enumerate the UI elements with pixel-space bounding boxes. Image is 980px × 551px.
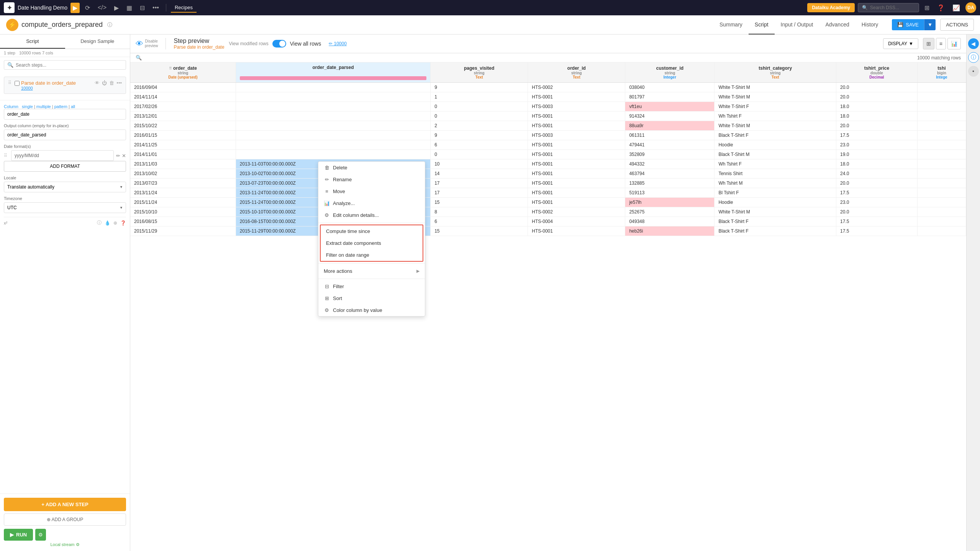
col-all[interactable]: all (71, 104, 75, 109)
step-more-icon[interactable]: ••• (116, 80, 122, 86)
menu-item-compute-time[interactable]: Compute time since (321, 225, 423, 237)
step-toggle-icon[interactable]: ⏻ (102, 80, 107, 86)
cell-tshirt-category: White T-Shirt M (715, 92, 836, 102)
format-delete-icon[interactable]: ✕ (122, 153, 126, 159)
trend-icon[interactable]: 📈 (950, 3, 962, 13)
local-stream-label[interactable]: Local stream ⚙ (4, 542, 126, 547)
cell-order-date: 2014/11/14 (130, 92, 236, 102)
locale-select[interactable]: Translate automatically (4, 182, 126, 192)
col-header-order-date-parsed[interactable]: order_date_parsed (236, 62, 430, 83)
step-delete-icon[interactable]: 🗑 (109, 80, 114, 86)
step-checkbox[interactable] (15, 81, 20, 86)
flow-icon[interactable]: ▶ (70, 3, 80, 13)
table-container[interactable]: ⠿order_date string Date (unparsed) order… (130, 62, 966, 551)
app-logo[interactable]: ✦ (4, 2, 15, 13)
menu-item-filter[interactable]: ⊟Filter (318, 280, 425, 292)
cell-tshirt-category: White T-Shirt F (715, 102, 836, 112)
run-settings-button[interactable]: ⚙ (35, 529, 46, 541)
col-pattern[interactable]: pattern (54, 104, 67, 109)
search-input[interactable] (870, 5, 915, 10)
recipes-tab[interactable]: Recipes (171, 3, 197, 13)
date-format-input[interactable] (11, 150, 114, 161)
nav-tabs: Summary Script Input / Output Advanced H… (713, 15, 884, 34)
step-drag-handle[interactable]: ⠿ (8, 80, 11, 85)
list-view-button[interactable]: ≡ (936, 38, 946, 49)
timezone-config-row: Timezone UTC (4, 196, 126, 213)
chart-view-button[interactable]: 📊 (947, 38, 961, 49)
table-row: 2015/10/10 2015-10-10T00:00:00.000Z 8 HT… (130, 207, 966, 217)
deploy-icon[interactable]: ▦ (124, 3, 134, 13)
help-icon[interactable]: ❓ (935, 3, 947, 13)
tab-input-output[interactable]: Input / Output (775, 15, 819, 34)
refresh-icon[interactable]: ⟳ (83, 3, 92, 13)
sidebar-tab-design[interactable]: Design Sample (65, 34, 130, 49)
cell-order-date-parsed (236, 121, 430, 131)
run-icon[interactable]: ▶ (112, 3, 121, 13)
col-header-tshirt-price[interactable]: tshirt_price double Decimal (836, 62, 918, 83)
step-count-link[interactable]: 10000 (21, 86, 33, 90)
col-header-customer-id[interactable]: customer_id string Integer (625, 62, 715, 83)
grid-view-button[interactable]: ⊞ (923, 38, 934, 49)
recipe-info-icon[interactable]: ⓘ (107, 21, 112, 28)
output-input[interactable] (4, 130, 126, 140)
menu-item-extract-date[interactable]: Extract date components (321, 237, 423, 249)
view-toggle-switch[interactable] (272, 40, 286, 48)
config-water-icon[interactable]: 💧 (105, 220, 110, 226)
menu-item-edit-column[interactable]: ⚙Edit column details... (318, 209, 425, 221)
eye-icon[interactable]: 👁 (136, 39, 143, 48)
academy-button[interactable]: Dataiku Academy (807, 3, 855, 12)
add-step-button[interactable]: + ADD A NEW STEP (4, 498, 126, 511)
display-chevron-icon: ▼ (909, 41, 913, 46)
menu-item-more-actions[interactable]: More actions ▶ (318, 265, 425, 277)
right-panel-dot-icon[interactable]: • (968, 66, 979, 77)
format-edit-icon[interactable]: ✏ (116, 153, 120, 159)
column-input[interactable] (4, 109, 126, 120)
add-format-button[interactable]: ADD FORMAT (4, 161, 126, 172)
preview-count-link[interactable]: ✏ 10000 (329, 41, 347, 46)
more-icon[interactable]: ••• (150, 3, 161, 13)
col-header-order-id[interactable]: order_id string Text (528, 62, 625, 83)
tab-history[interactable]: History (855, 15, 885, 34)
col-header-tshirt-category[interactable]: tshirt_category string Text (715, 62, 836, 83)
tab-script[interactable]: Script (749, 15, 775, 34)
config-help-icon[interactable]: ❓ (120, 220, 126, 226)
add-group-button[interactable]: ⊕ ADD A GROUP (4, 513, 126, 526)
right-panel-info-icon[interactable]: ⓘ (968, 52, 979, 63)
search-box[interactable]: 🔍 (858, 3, 919, 12)
menu-item-move[interactable]: ≡Move (318, 185, 425, 197)
step-view-icon[interactable]: 👁 (95, 80, 100, 86)
run-button[interactable]: ▶ RUN (4, 529, 33, 541)
tab-advanced[interactable]: Advanced (819, 15, 855, 34)
display-button[interactable]: DISPLAY ▼ (883, 38, 918, 49)
notebook-icon[interactable]: ⊟ (138, 3, 147, 13)
search-steps-input[interactable] (16, 62, 123, 68)
menu-item-delete[interactable]: 🗑Delete (318, 162, 425, 174)
col-multiple[interactable]: multiple (36, 104, 51, 109)
col-header-pages-visited[interactable]: pages_visited string Text (431, 62, 528, 83)
save-button[interactable]: 💾 SAVE (892, 19, 924, 30)
config-copy-icon[interactable]: ⊕ (113, 220, 117, 226)
col-single[interactable]: single (22, 104, 33, 109)
code-icon[interactable]: </> (95, 3, 109, 13)
apps-icon[interactable]: ⊞ (922, 3, 932, 13)
config-info-icon[interactable]: ⓘ (97, 220, 102, 226)
menu-item-rename[interactable]: ✏Rename (318, 174, 425, 185)
col-header-tshi[interactable]: tshi bigin Intege (917, 62, 966, 83)
right-panel-expand-icon[interactable]: ◀ (968, 38, 979, 49)
save-dropdown-button[interactable]: ▼ (924, 19, 936, 30)
table-search-area[interactable]: 🔍 (136, 55, 142, 61)
menu-item-color[interactable]: ⚙Color column by value (318, 304, 425, 316)
menu-item-analyze[interactable]: 📊Analyze... (318, 197, 425, 209)
timezone-select[interactable]: UTC (4, 202, 126, 213)
cell-tshirt-price: 17.5 (836, 226, 918, 236)
step-search-bar[interactable]: 🔍 (4, 60, 126, 70)
actions-button[interactable]: ACTIONS (940, 19, 974, 31)
step-item-parse-date[interactable]: ⠿ Parse date in order_date 10000 👁 ⏻ 🗑 (4, 77, 126, 94)
tab-summary[interactable]: Summary (713, 15, 749, 34)
menu-item-sort[interactable]: ⊞Sort (318, 292, 425, 304)
col-header-order-date[interactable]: ⠿order_date string Date (unparsed) (130, 62, 236, 83)
menu-item-filter-date[interactable]: Filter on date range (321, 249, 423, 261)
format-drag-handle[interactable]: ⠿ (4, 153, 7, 158)
avatar[interactable]: DA (965, 2, 976, 13)
sidebar-tab-script[interactable]: Script (0, 34, 65, 49)
